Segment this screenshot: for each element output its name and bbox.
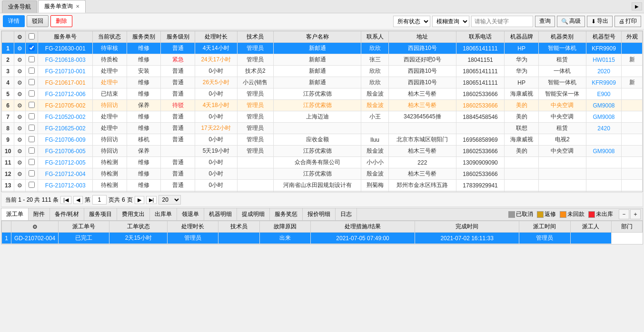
cell-customer[interactable]: 新邮通	[274, 54, 361, 66]
table-row[interactable]: 11 ⚙ FG-210712-005 待检测 维修 普通 0小时 众合商务有限公…	[2, 157, 643, 168]
sub-col-gear[interactable]: ⚙	[11, 221, 59, 233]
bottom-tab-expense[interactable]: 费用支出	[117, 208, 150, 220]
sub-cell-id[interactable]: GD-210702-004	[11, 233, 59, 244]
cell-id[interactable]: FG-210630-001	[38, 43, 93, 54]
cell-checkbox[interactable]	[26, 123, 38, 134]
table-row[interactable]: 2 ⚙ FG-210618-003 待质检 维修 紧急 24天17小时 管理员 …	[2, 54, 643, 66]
search-input[interactable]	[471, 16, 533, 27]
expand-button[interactable]: ＋	[630, 209, 641, 219]
settings-col-header[interactable]: ⚙	[14, 31, 26, 43]
query-type-select[interactable]: 模糊查询	[432, 16, 469, 27]
table-row[interactable]: 4 ⚙ FG-210617-001 处理中 维修 普通 26天5小时 小云(销售…	[2, 77, 643, 88]
export-button[interactable]: ⬇ 导出	[587, 16, 613, 27]
cell-customer[interactable]: 江苏优索德	[274, 100, 361, 111]
bottom-tab-dispatch[interactable]: 派工单	[1, 208, 29, 220]
cell-id[interactable]: FG-210625-002	[38, 123, 93, 134]
bottom-tab-parts[interactable]: 备件/耗材	[50, 208, 84, 220]
cell-checkbox[interactable]	[26, 180, 38, 191]
cell-id[interactable]: FG-210706-009	[38, 134, 93, 146]
cell-checkbox[interactable]	[26, 43, 38, 54]
cell-customer[interactable]: 江苏优索德	[274, 168, 361, 180]
cell-checkbox[interactable]	[26, 146, 38, 157]
cell-id[interactable]: FG-210618-003	[38, 54, 93, 66]
bottom-tab-attachment[interactable]: 附件	[29, 208, 50, 220]
table-row[interactable]: 6 ⚙ FG-210705-002 待回访 保养 待驳 4天18小时 管理员 江…	[2, 100, 643, 111]
legend-not-out-label: 未出库	[596, 210, 613, 218]
cell-customer[interactable]: 新邮通	[274, 66, 361, 77]
bottom-tab-log[interactable]: 日志	[336, 208, 357, 220]
cell-id[interactable]: FG-210710-001	[38, 66, 93, 77]
bottom-tab-service-items[interactable]: 服务项目	[84, 208, 117, 220]
cell-checkbox[interactable]	[26, 157, 38, 168]
service-table-wrapper[interactable]: ⚙ 服务单号 当前状态 服务类别 服务级别 处理时长 技术员 客户名称 联系人 …	[1, 30, 643, 192]
per-page-select[interactable]: 20 50 100	[159, 195, 181, 205]
table-row[interactable]: 7 ⚙ FG-210520-002 处理中 维修 普通 0小时 管理员 上海迈迪…	[2, 111, 643, 123]
query-button[interactable]: 查询	[535, 16, 555, 27]
tab-nav-right-button[interactable]: ▶	[632, 2, 642, 10]
cell-type	[538, 180, 586, 191]
cell-customer[interactable]: 江苏优索德	[274, 146, 361, 157]
cell-customer[interactable]: 江苏优索德	[274, 88, 361, 100]
table-row[interactable]: 10 ⚙ FG-210706-005 待回访 保养 5天19小时 管理员 江苏优…	[2, 146, 643, 157]
cell-checkbox[interactable]	[26, 100, 38, 111]
cell-id[interactable]: FG-210712-006	[38, 88, 93, 100]
checkbox-col-header[interactable]	[26, 31, 38, 43]
cell-customer[interactable]: 河南省山水田园规划设计有	[274, 180, 361, 191]
cell-id[interactable]: FG-210705-002	[38, 100, 93, 111]
tab-biznavigation[interactable]: 业务导航	[2, 0, 37, 13]
cell-id[interactable]: FG-210712-004	[38, 168, 93, 180]
bottom-tab-machine-detail[interactable]: 机器明细	[204, 208, 237, 220]
last-page-button[interactable]: ▶|	[146, 196, 157, 204]
detail-button[interactable]: 详情	[3, 15, 25, 27]
delete-button[interactable]: 删除	[50, 15, 72, 27]
cell-customer[interactable]	[274, 123, 361, 134]
cell-customer[interactable]: 应收金额	[274, 134, 361, 146]
table-row[interactable]: 13 ⚙ FG-210712-003 待检测 维修 普通 0小时 河南省山水田园…	[2, 180, 643, 191]
first-page-button[interactable]: |◀	[60, 196, 71, 204]
page-number-input[interactable]	[92, 195, 107, 205]
bottom-tab-return[interactable]: 领退单	[177, 208, 204, 220]
cell-checkbox[interactable]	[26, 168, 38, 180]
cell-id[interactable]: FG-210617-001	[38, 77, 93, 88]
cell-customer[interactable]: 新邮通	[274, 77, 361, 88]
bottom-tab-service-reward[interactable]: 服务奖惩	[270, 208, 303, 220]
table-row[interactable]: 14 ⚙ FG-210712-002 待检测 维修 普通 0小时 新邮通 欣欣 …	[2, 191, 643, 193]
advanced-button[interactable]: 🔍 高级	[557, 16, 585, 27]
cell-checkbox[interactable]	[26, 66, 38, 77]
cell-id[interactable]: FG-210712-003	[38, 180, 93, 191]
tab-close-icon[interactable]: ✕	[76, 4, 79, 9]
collapse-button[interactable]: －	[619, 209, 629, 219]
table-row[interactable]: 3 ⚙ FG-210710-001 处理中 安装 普通 0小时 技术员2 新邮通…	[2, 66, 643, 77]
cell-id[interactable]: FG-210712-002	[38, 191, 93, 193]
cell-customer[interactable]: 众合商务有限公司	[274, 157, 361, 168]
bottom-tab-outstore[interactable]: 出库单	[150, 208, 177, 220]
print-button[interactable]: 🖨 打印	[614, 16, 641, 27]
select-all-checkbox[interactable]	[29, 33, 35, 39]
next-page-button[interactable]: ▶	[135, 196, 144, 204]
status-select[interactable]: 所有状态	[393, 16, 430, 27]
prev-page-button[interactable]: ◀	[73, 196, 83, 204]
table-row[interactable]: 12 ⚙ FG-210712-004 待检测 维修 普通 0小时 江苏优索德 殷…	[2, 168, 643, 180]
table-row[interactable]: 9 ⚙ FG-210706-009 待回访 移机 普通 0小时 管理员 应收金额…	[2, 134, 643, 146]
sub-table-wrapper[interactable]: ⚙ 派工单号 工单状态 处理时长 技术员 故障原因 处理措施/结果 完成时间 派…	[1, 221, 643, 244]
table-row[interactable]: 1 ⚙ FG-210630-001 待审核 维修 普通 4天14小时 管理员 新…	[2, 43, 643, 54]
cell-customer[interactable]: 新邮通	[274, 43, 361, 54]
sub-table-row[interactable]: 1 GD-210702-004 已完工 2天15小时 管理员 出来 2021-0…	[2, 233, 643, 244]
cell-checkbox[interactable]	[26, 88, 38, 100]
cell-checkbox[interactable]	[26, 54, 38, 66]
cell-checkbox[interactable]	[26, 77, 38, 88]
cell-checkbox[interactable]	[26, 191, 38, 193]
cell-checkbox[interactable]	[26, 111, 38, 123]
cell-customer[interactable]: 新邮通	[274, 191, 361, 193]
cell-checkbox[interactable]	[26, 134, 38, 146]
cell-id[interactable]: FG-210520-002	[38, 111, 93, 123]
table-row[interactable]: 8 ⚙ FG-210625-002 处理中 维修 普通 17天22小时 管理员 …	[2, 123, 643, 134]
bottom-tab-submit-detail[interactable]: 提成明细	[237, 208, 270, 220]
cell-id[interactable]: FG-210706-005	[38, 146, 93, 157]
bottom-tab-report-detail[interactable]: 报价明细	[303, 208, 336, 220]
table-row[interactable]: 5 ⚙ FG-210712-006 已结束 维修 普通 0小时 管理员 江苏优索…	[2, 88, 643, 100]
cell-id[interactable]: FG-210712-005	[38, 157, 93, 168]
cell-customer[interactable]: 上海迈迪	[274, 111, 361, 123]
tab-service-query[interactable]: 服务单查询 ✕	[38, 0, 86, 13]
dispatch-button[interactable]: 驳回	[27, 15, 49, 27]
